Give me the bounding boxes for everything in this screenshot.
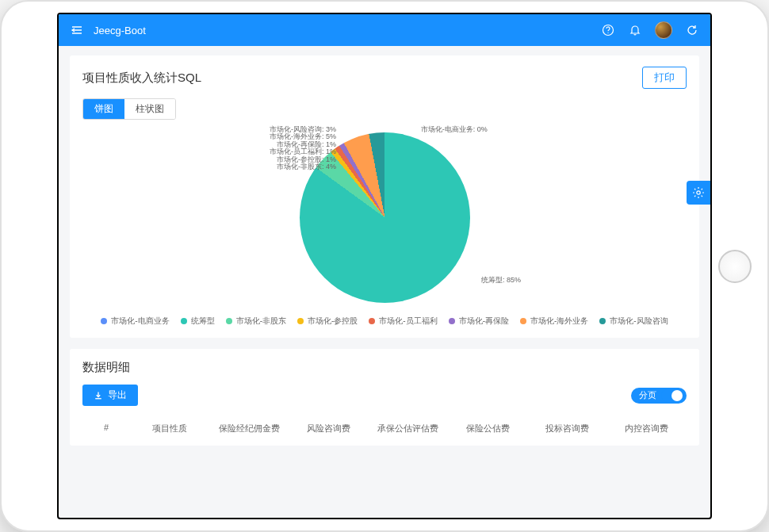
app-screen: Jeecg-Boot bbox=[57, 13, 712, 519]
pie-label: 市场化-电商业务: 0% bbox=[421, 124, 488, 135]
table-header-cell: 项目性质 bbox=[130, 423, 209, 434]
detail-card: 数据明细 导出 分页 #项目性质保险经纪佣金费风险咨询费承保公估评估费保险公估费… bbox=[70, 349, 699, 446]
legend-dot-icon bbox=[520, 318, 526, 324]
download-icon bbox=[94, 391, 103, 400]
app-title: Jeecg-Boot bbox=[94, 25, 146, 36]
chart-card: 项目性质收入统计SQL 打印 饼图 柱状图 市场化-电商业务: 0% 统筹型: … bbox=[70, 55, 699, 338]
detail-card-title: 数据明细 bbox=[82, 360, 130, 375]
chart-area: 市场化-电商业务: 0% 统筹型: 85% 市场化-非股东: 4% 市场化-参控… bbox=[82, 124, 687, 327]
menu-fold-icon[interactable] bbox=[70, 23, 84, 37]
legend-item[interactable]: 市场化-员工福利 bbox=[369, 316, 437, 327]
legend-item[interactable]: 市场化-风险咨询 bbox=[599, 316, 668, 327]
top-bar: Jeecg-Boot bbox=[59, 14, 710, 46]
legend-label: 统筹型 bbox=[191, 316, 215, 327]
tab-bar[interactable]: 柱状图 bbox=[124, 99, 175, 119]
tab-pie[interactable]: 饼图 bbox=[83, 99, 124, 119]
question-circle-icon[interactable] bbox=[601, 23, 615, 37]
pie-label: 市场化-海外业务: 5% bbox=[270, 132, 336, 142]
legend-label: 市场化-参控股 bbox=[308, 316, 358, 327]
table-header-cell: 承保公估评估费 bbox=[369, 423, 448, 434]
export-label: 导出 bbox=[108, 388, 127, 402]
table-header-cell: 保险经纪佣金费 bbox=[209, 423, 289, 434]
chart-legend: 市场化-电商业务统筹型市场化-非股东市场化-参控股市场化-员工福利市场化-再保险… bbox=[101, 316, 668, 327]
table-header-cell: 保险公估费 bbox=[448, 423, 527, 434]
export-button[interactable]: 导出 bbox=[82, 385, 138, 406]
gear-icon bbox=[692, 186, 705, 199]
table-header-cell: # bbox=[82, 423, 130, 434]
legend-label: 市场化-海外业务 bbox=[530, 316, 588, 327]
legend-item[interactable]: 统筹型 bbox=[181, 316, 215, 327]
legend-item[interactable]: 市场化-参控股 bbox=[297, 316, 358, 327]
legend-label: 市场化-员工福利 bbox=[379, 316, 437, 327]
table-header-cell: 风险咨询费 bbox=[289, 423, 369, 434]
legend-dot-icon bbox=[297, 318, 304, 324]
legend-dot-icon bbox=[449, 318, 455, 324]
legend-dot-icon bbox=[101, 318, 107, 324]
svg-point-4 bbox=[607, 33, 608, 33]
paging-label: 分页 bbox=[639, 389, 656, 401]
legend-item[interactable]: 市场化-海外业务 bbox=[520, 316, 588, 327]
legend-label: 市场化-电商业务 bbox=[111, 316, 169, 327]
legend-label: 市场化-风险咨询 bbox=[610, 316, 668, 327]
legend-label: 市场化-非股东 bbox=[236, 316, 286, 327]
legend-dot-icon bbox=[226, 318, 232, 324]
tablet-home-button bbox=[718, 250, 752, 283]
table-header-row: #项目性质保险经纪佣金费风险咨询费承保公估评估费保险公估费投标咨询费内控咨询费 bbox=[82, 414, 687, 434]
legend-item[interactable]: 市场化-再保险 bbox=[449, 316, 509, 327]
pie-label: 统筹型: 85% bbox=[481, 275, 521, 285]
legend-item[interactable]: 市场化-非股东 bbox=[226, 316, 286, 327]
print-button[interactable]: 打印 bbox=[642, 67, 687, 89]
refresh-icon[interactable] bbox=[685, 23, 699, 37]
bell-icon[interactable] bbox=[628, 23, 642, 37]
pie-label: 市场化-风险咨询: 3% bbox=[270, 124, 336, 135]
chart-card-title: 项目性质收入统计SQL bbox=[82, 71, 201, 86]
pie-wrap: 市场化-电商业务: 0% 统筹型: 85% 市场化-非股东: 4% 市场化-参控… bbox=[82, 124, 687, 311]
legend-dot-icon bbox=[181, 318, 187, 324]
svg-point-5 bbox=[697, 191, 700, 194]
switch-icon bbox=[661, 389, 683, 402]
avatar[interactable] bbox=[655, 21, 672, 39]
chart-type-tabs: 饼图 柱状图 bbox=[82, 98, 176, 120]
content-area: 项目性质收入统计SQL 打印 饼图 柱状图 市场化-电商业务: 0% 统筹型: … bbox=[59, 46, 710, 518]
pie-label: 市场化-再保险: 1% bbox=[277, 140, 336, 150]
settings-drawer-toggle[interactable] bbox=[687, 181, 710, 205]
table-header-cell: 投标咨询费 bbox=[527, 423, 606, 434]
legend-item[interactable]: 市场化-电商业务 bbox=[101, 316, 169, 327]
paging-toggle[interactable]: 分页 bbox=[631, 388, 687, 404]
tablet-frame: Jeecg-Boot bbox=[0, 0, 769, 532]
legend-label: 市场化-再保险 bbox=[459, 316, 509, 327]
pie-chart bbox=[300, 132, 470, 303]
legend-dot-icon bbox=[599, 318, 606, 324]
legend-dot-icon bbox=[369, 318, 375, 324]
table-header-cell: 内控咨询费 bbox=[607, 423, 687, 434]
